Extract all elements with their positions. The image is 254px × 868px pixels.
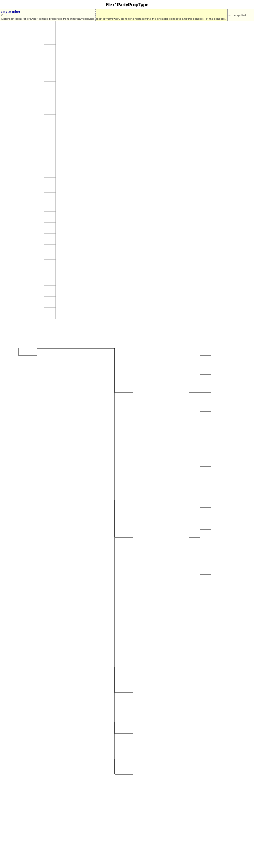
any-other-cardinality: 0..∞ [1, 14, 94, 17]
any-other-bottom-box: any ##other 0..∞ Extension point for pro… [0, 9, 96, 21]
any-other-desc: Extension point for provider-defined pro… [1, 17, 94, 20]
diagram-container: Flex1PartyPropType [0, 0, 254, 868]
any-other-bottom-label: any ##other [1, 10, 94, 14]
svg-connector-overlay [0, 0, 254, 868]
page-title: Flex1PartyPropType [0, 0, 254, 9]
